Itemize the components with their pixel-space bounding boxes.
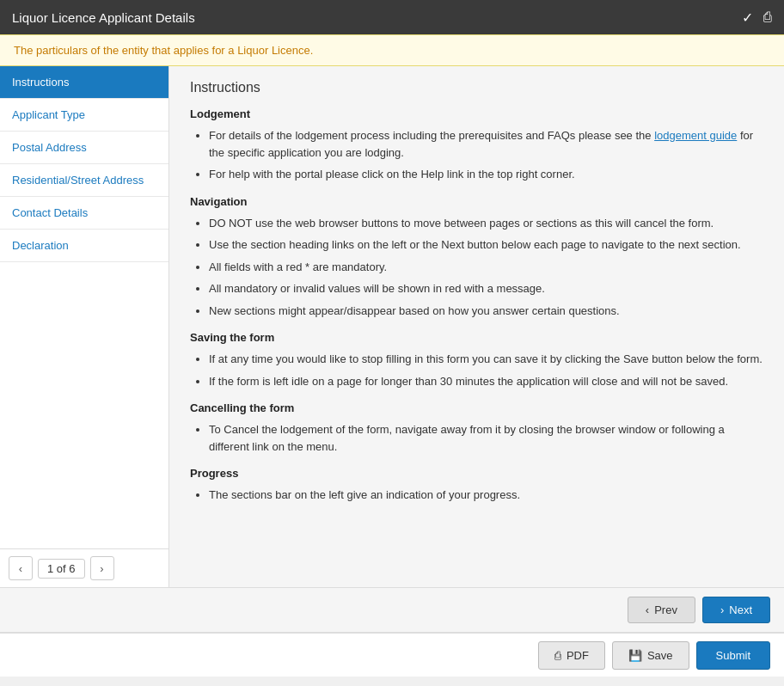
check-icon: ✓: [742, 9, 753, 26]
pdf-label: PDF: [567, 649, 589, 662]
list-item: Use the section heading links on the lef…: [209, 236, 763, 254]
content-inner: Instructions Lodgement For details of th…: [169, 66, 784, 523]
pdf-icon: ⎙: [554, 649, 561, 662]
submit-button[interactable]: Submit: [696, 641, 770, 670]
list-item: DO NOT use the web browser buttons to mo…: [209, 215, 763, 232]
list-item: All mandatory or invalid values will be …: [209, 280, 763, 297]
section-title-lodgement: Lodgement: [190, 107, 763, 120]
section-title-cancelling: Cancelling the form: [190, 401, 763, 414]
prev-button[interactable]: ‹ Prev: [628, 597, 695, 623]
section-title-navigation: Navigation: [190, 195, 763, 208]
header-icons: ✓ ⎙: [742, 9, 772, 26]
list-item: For details of the lodgement process inc…: [209, 127, 763, 161]
footer-nav: ‹ Prev › Next: [0, 587, 784, 632]
sidebar-item-postal-address[interactable]: Postal Address: [0, 132, 168, 164]
next-label: Next: [729, 603, 752, 616]
pdf-button[interactable]: ⎙ PDF: [538, 641, 605, 670]
sidebar-item-residential-address[interactable]: Residential/Street Address: [0, 164, 168, 197]
section-title-progress: Progress: [190, 467, 763, 480]
lodgement-list: For details of the lodgement process inc…: [190, 127, 763, 183]
saving-list: If at any time you would like to stop fi…: [190, 351, 763, 389]
section-title-saving: Saving the form: [190, 331, 763, 344]
save-icon: 💾: [628, 649, 642, 662]
chevron-right-icon: ›: [720, 603, 724, 616]
app-header: Liquor Licence Applicant Details ✓ ⎙: [0, 0, 784, 34]
notice-bar: The particulars of the entity that appli…: [0, 34, 784, 66]
save-label: Save: [647, 649, 673, 662]
sidebar-item-instructions[interactable]: Instructions: [0, 66, 168, 99]
submit-label: Submit: [716, 649, 750, 662]
main-layout: Instructions Applicant Type Postal Addre…: [0, 66, 784, 587]
next-button[interactable]: › Next: [702, 597, 770, 623]
pagination-label: 1 of 6: [38, 559, 85, 579]
prev-label: Prev: [654, 603, 677, 616]
progress-list: The sections bar on the left give an ind…: [190, 487, 763, 504]
cancelling-list: To Cancel the lodgement of the form, nav…: [190, 421, 763, 455]
app-title: Liquor Licence Applicant Details: [12, 10, 195, 25]
content-heading: Instructions: [190, 80, 763, 95]
save-button[interactable]: 💾 Save: [612, 641, 689, 670]
navigation-list: DO NOT use the web browser buttons to mo…: [190, 215, 763, 320]
sidebar-item-applicant-type[interactable]: Applicant Type: [0, 99, 168, 132]
content-area: Instructions Lodgement For details of th…: [169, 66, 784, 587]
list-item: All fields with a red * are mandatory.: [209, 259, 763, 276]
sidebar-item-declaration[interactable]: Declaration: [0, 230, 168, 262]
print-icon: ⎙: [763, 9, 772, 25]
list-item: If the form is left idle on a page for l…: [209, 373, 763, 390]
list-item: To Cancel the lodgement of the form, nav…: [209, 421, 763, 455]
sidebar: Instructions Applicant Type Postal Addre…: [0, 66, 169, 587]
pagination-prev-button[interactable]: ‹: [9, 556, 33, 580]
list-item: If at any time you would like to stop fi…: [209, 351, 763, 368]
list-item: The sections bar on the left give an ind…: [209, 487, 763, 504]
list-item: For help with the portal please click on…: [209, 166, 763, 183]
notice-text: The particulars of the entity that appli…: [14, 44, 313, 57]
pagination-next-button[interactable]: ›: [90, 556, 114, 580]
sidebar-item-contact-details[interactable]: Contact Details: [0, 197, 168, 230]
lodgement-guide-link[interactable]: lodgement guide: [654, 129, 737, 142]
sidebar-pagination: ‹ 1 of 6 ›: [0, 548, 168, 587]
list-item: New sections might appear/disappear base…: [209, 303, 763, 320]
action-bar: ⎙ PDF 💾 Save Submit: [0, 632, 784, 677]
chevron-left-icon: ‹: [646, 603, 649, 616]
